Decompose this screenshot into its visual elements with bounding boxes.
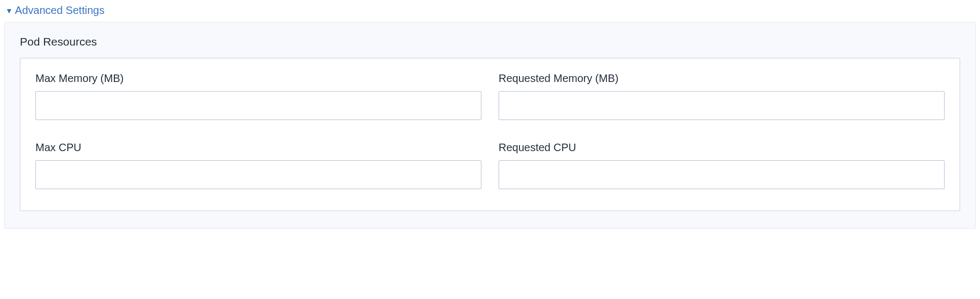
form-row: Max Memory (MB) Requested Memory (MB) [35,72,945,120]
advanced-settings-panel: Pod Resources Max Memory (MB) Requested … [4,22,976,229]
caret-down-icon: ▼ [5,6,13,15]
max-memory-input[interactable] [35,91,481,120]
max-cpu-group: Max CPU [35,141,481,189]
form-row: Max CPU Requested CPU [35,141,945,189]
requested-memory-input[interactable] [499,91,945,120]
requested-cpu-group: Requested CPU [499,141,945,189]
pod-resources-title: Pod Resources [20,35,960,48]
requested-memory-group: Requested Memory (MB) [499,72,945,120]
pod-resources-fieldset: Max Memory (MB) Requested Memory (MB) Ma… [20,58,960,211]
max-memory-group: Max Memory (MB) [35,72,481,120]
max-cpu-input[interactable] [35,160,481,189]
max-memory-label: Max Memory (MB) [35,72,481,85]
advanced-settings-label: Advanced Settings [15,4,105,17]
requested-memory-label: Requested Memory (MB) [499,72,945,85]
requested-cpu-label: Requested CPU [499,141,945,154]
advanced-settings-toggle[interactable]: ▼ Advanced Settings [4,4,976,17]
max-cpu-label: Max CPU [35,141,481,154]
requested-cpu-input[interactable] [499,160,945,189]
